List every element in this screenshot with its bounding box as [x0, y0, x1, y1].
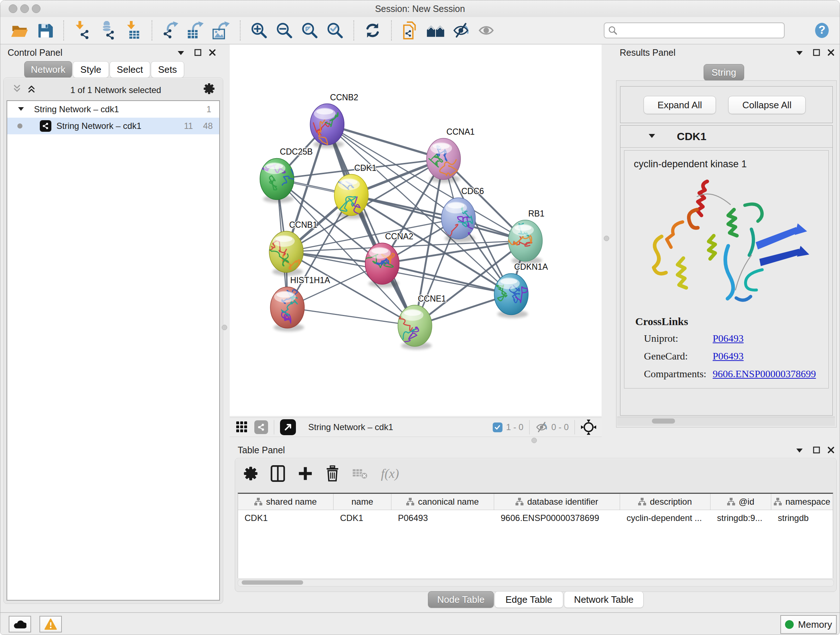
tab-network-table[interactable]: Network Table: [564, 591, 644, 608]
network-node-HIST1H1A: HIST1H1A: [270, 276, 330, 328]
export-network-button[interactable]: [161, 20, 180, 41]
warning-icon: [44, 618, 57, 630]
svg-text:CDK1: CDK1: [354, 163, 376, 173]
detach-view-button[interactable]: [280, 419, 296, 435]
hide-selected-button[interactable]: [451, 20, 471, 41]
network-view-title: String Network – cdk1: [308, 422, 393, 432]
network-node-CCNA1: CCNA1: [426, 127, 475, 180]
column-header-description[interactable]: description: [620, 494, 711, 510]
delete-column-icon[interactable]: [325, 465, 340, 482]
network-options-gear-icon[interactable]: [203, 83, 215, 95]
network-tree: String Network – cdk1 1 String Network –…: [6, 100, 220, 600]
results-panel-close-icon[interactable]: [827, 49, 835, 57]
entry-collapse-icon[interactable]: [649, 134, 656, 139]
table-panel-title: Table Panel: [238, 445, 285, 455]
table-header-row: shared name name canonical name database…: [238, 494, 833, 510]
open-session-button[interactable]: [10, 20, 29, 41]
selected-nodes-checkbox[interactable]: [493, 423, 502, 432]
right-splitter-handle[interactable]: [604, 236, 609, 241]
warnings-button[interactable]: [39, 616, 62, 632]
column-header-database-identifier[interactable]: database identifier: [494, 494, 620, 510]
table-panel-close-icon[interactable]: [827, 447, 835, 454]
crosslink-row: Compartments: 9606.ENSP00000378699: [644, 368, 829, 380]
export-table-button[interactable]: [186, 20, 206, 41]
hidden-count-badge: 0 - 0: [551, 422, 569, 432]
cloud-icon: [13, 619, 27, 629]
tab-select[interactable]: Select: [110, 61, 150, 78]
tab-style[interactable]: Style: [73, 61, 109, 78]
export-image-button[interactable]: [212, 20, 231, 41]
cloud-status-button[interactable]: [9, 616, 31, 632]
tab-node-table[interactable]: Node Table: [428, 591, 494, 608]
show-all-button[interactable]: [477, 20, 496, 41]
table-row[interactable]: CDK1 CDK1 P06493 9606.ENSP00000378699 cy…: [238, 510, 833, 526]
column-header-shared-name[interactable]: shared name: [238, 494, 333, 510]
add-column-icon[interactable]: [298, 466, 313, 481]
network-view-button[interactable]: [254, 420, 268, 434]
show-columns-icon[interactable]: [270, 465, 286, 482]
zoom-fit-button[interactable]: [300, 20, 319, 41]
tab-edge-table[interactable]: Edge Table: [494, 591, 563, 608]
tree-expand-icon[interactable]: [18, 107, 25, 112]
crosslink-tissues[interactable]: 9606.ENSP00000378699: [713, 386, 816, 388]
expand-all-icon[interactable]: [27, 84, 35, 93]
column-header-namespace[interactable]: namespace: [771, 494, 833, 510]
import-network-file-button[interactable]: [73, 20, 92, 41]
bottom-splitter-handle[interactable]: [531, 438, 537, 443]
tab-string[interactable]: String: [704, 64, 744, 81]
zoom-in-button[interactable]: [249, 20, 269, 41]
selected-count-badge: 1 - 0: [506, 422, 523, 432]
crosslink-compartments[interactable]: 9606.ENSP00000378699: [713, 368, 816, 380]
import-network-database-button[interactable]: [98, 20, 118, 41]
control-panel-body: 1 of 1 Network selected String Network –…: [3, 78, 223, 604]
results-panel-collapse-icon[interactable]: [796, 51, 804, 56]
help-button[interactable]: ?: [812, 20, 832, 41]
column-header-canonical-name[interactable]: canonical name: [392, 494, 494, 510]
tab-sets[interactable]: Sets: [151, 61, 184, 78]
table-settings-gear-icon[interactable]: [243, 466, 258, 481]
memory-button[interactable]: Memory: [780, 615, 837, 634]
results-scrollbar[interactable]: [617, 417, 835, 426]
network-tree-root-row[interactable]: String Network – cdk1 1: [7, 101, 219, 118]
memory-label: Memory: [798, 619, 832, 630]
save-session-button[interactable]: [35, 20, 55, 41]
table-horizontal-scrollbar[interactable]: [238, 579, 834, 586]
expand-all-button[interactable]: Expand All: [644, 96, 716, 114]
birdseye-crosshair-icon[interactable]: [581, 419, 597, 435]
control-panel-close-icon[interactable]: [209, 49, 217, 57]
first-neighbors-button[interactable]: [426, 20, 445, 41]
control-panel-collapse-icon[interactable]: [178, 51, 185, 56]
control-panel-float-icon[interactable]: [194, 49, 202, 57]
houses-icon: [426, 22, 445, 39]
table-scrollbar-thumb[interactable]: [242, 580, 303, 585]
network-canvas[interactable]: CCNB2CCNA1CDC25BCDK1CDC6RB1CCNB1CCNA2CDK…: [230, 44, 602, 416]
table-panel-float-icon[interactable]: [813, 447, 821, 454]
table-panel-collapse-icon[interactable]: [796, 448, 804, 454]
network-tree-child-row[interactable]: String Network – cdk1 11 48: [7, 118, 219, 134]
left-splitter-handle[interactable]: [222, 325, 227, 330]
network-from-selection-button[interactable]: [401, 20, 420, 41]
column-header-name[interactable]: name: [333, 494, 392, 510]
network-graph[interactable]: CCNB2CCNA1CDC25BCDK1CDC6RB1CCNB1CCNA2CDK…: [230, 44, 602, 416]
grid-view-button[interactable]: [235, 420, 249, 434]
results-panel-float-icon[interactable]: [813, 49, 821, 57]
crosslink-genecard[interactable]: P06493: [713, 350, 744, 362]
column-header-id[interactable]: @id: [711, 494, 771, 510]
results-scrollbar-thumb[interactable]: [652, 418, 675, 424]
crosslink-row: Tissues: 9606.ENSP00000378699: [644, 386, 829, 388]
apply-layout-button[interactable]: [363, 20, 382, 41]
import-table-file-button[interactable]: [123, 20, 143, 41]
toolbar-separator: [152, 20, 152, 41]
export-table-icon: [187, 21, 205, 40]
open-folder-icon: [11, 22, 28, 39]
collapse-all-button[interactable]: Collapse All: [728, 96, 806, 114]
crosslink-uniprot[interactable]: P06493: [713, 333, 744, 344]
collapse-all-icon[interactable]: [13, 84, 22, 93]
svg-text:CDC6: CDC6: [461, 187, 484, 196]
zoom-out-button[interactable]: [275, 20, 294, 41]
tab-network[interactable]: Network: [24, 61, 72, 78]
search-input[interactable]: [617, 25, 784, 36]
zoom-selected-button[interactable]: [325, 20, 345, 41]
svg-text:CCNB1: CCNB1: [289, 220, 317, 230]
svg-text:CDKN1A: CDKN1A: [514, 262, 548, 272]
